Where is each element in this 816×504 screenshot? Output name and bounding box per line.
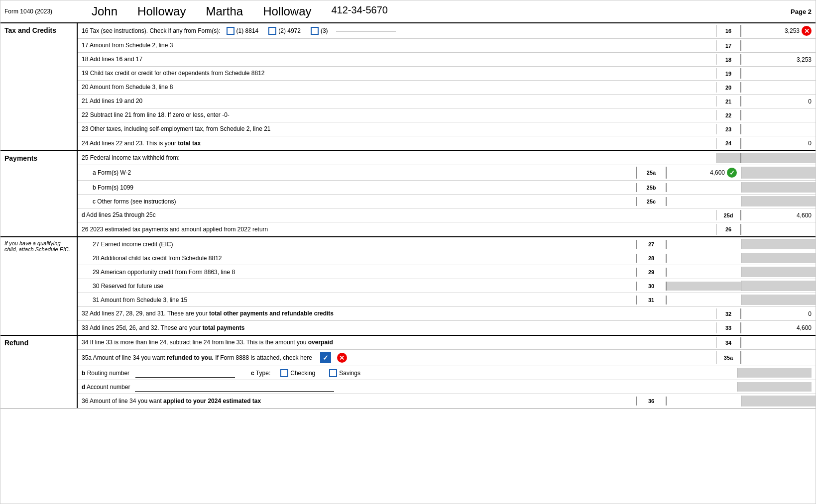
routing-row-value — [737, 368, 812, 378]
line-18-row: 18 Add lines 16 and 17 18 3,253 — [78, 53, 816, 67]
line-19-num: 19 — [716, 68, 741, 79]
green-check-badge-25a: ✓ — [727, 168, 737, 178]
line-28-desc: 28 Additional child tax credit from Sche… — [78, 254, 636, 263]
checkbox-3-box[interactable] — [311, 27, 319, 35]
page-number: Page 2 — [791, 8, 812, 15]
line-27-main-value — [741, 239, 816, 249]
line-18-value: 3,253 — [741, 54, 816, 65]
line-21-row: 21 Add lines 19 and 20 21 0 — [78, 95, 816, 108]
line-26-num: 26 — [716, 224, 741, 235]
line-29-row: 29 American opportunity credit from Form… — [78, 265, 816, 279]
checkbox-8814-box[interactable] — [227, 27, 234, 35]
form-id: Form 1040 (2023) — [4, 8, 82, 15]
line-29-value — [666, 268, 741, 277]
line-25d-desc: d Add lines 25a through 25c — [78, 210, 716, 220]
routing-number-field[interactable] — [135, 369, 235, 378]
tax-credits-label: Tax and Credits — [0, 23, 78, 150]
line-36-main-value — [741, 396, 816, 406]
line-25b-main-value — [741, 182, 816, 193]
line-30-num: 30 — [636, 282, 666, 291]
line-25c-num: 25c — [636, 197, 666, 206]
tax-credits-content: 16 Tax (see instructions). Check if any … — [78, 23, 816, 150]
savings-box[interactable] — [329, 369, 337, 377]
line-32-desc: 32 Add lines 27, 28, 29, and 31. These a… — [78, 308, 716, 319]
checking-label: Checking — [290, 370, 315, 377]
line-25-header-desc: 25 Federal income tax withheld from: — [78, 153, 716, 163]
line-25c-row: c Other forms (see instructions) 25c — [78, 195, 816, 208]
line-33-num: 33 — [716, 322, 741, 333]
line-27-row: 27 Earned income credit (EIC) 27 — [78, 237, 816, 251]
line-33-value: 4,600 — [741, 322, 816, 333]
line-19-desc: 19 Child tax credit or credit for other … — [78, 68, 716, 79]
line-30-main-value — [741, 281, 816, 291]
line-28-value — [666, 254, 741, 263]
line-36-value — [666, 397, 741, 405]
line-17-num: 17 — [716, 40, 741, 51]
line-36-row: 36 Amount of line 34 you want applied to… — [78, 394, 816, 408]
checkbox-8814[interactable]: (1) 8814 — [227, 27, 259, 35]
line-27-desc: 27 Earned income credit (EIC) — [78, 240, 636, 249]
line-18-num: 18 — [716, 54, 741, 65]
line-24-row: 24 Add lines 22 and 23. This is your tot… — [78, 136, 816, 150]
checkbox-4972[interactable]: (2) 4972 — [268, 27, 301, 35]
line-20-num: 20 — [716, 82, 741, 93]
line-28-num: 28 — [636, 254, 666, 263]
line-30-desc: 30 Reserved for future use — [78, 282, 636, 291]
first-name-2: Martha — [196, 2, 253, 20]
checkbox-8888-checked[interactable]: ✓ — [320, 352, 331, 363]
last-name-1: Holloway — [127, 2, 196, 20]
line-25d-value: 4,600 — [741, 210, 816, 220]
line-31-main-value — [741, 295, 816, 305]
checkbox-3[interactable]: (3) — [311, 27, 328, 35]
line-34-num: 34 — [716, 337, 741, 348]
line-32-value: 0 — [741, 308, 816, 319]
eic-sidenote: If you have a qualifying child, attach S… — [0, 237, 78, 335]
line-23-desc: 23 Other taxes, including self-employmen… — [78, 124, 716, 134]
line-25c-desc: c Other forms (see instructions) — [78, 197, 636, 206]
line-22-row: 22 Subtract line 21 from line 18. If zer… — [78, 108, 816, 122]
tax-credits-section: Tax and Credits 16 Tax (see instructions… — [0, 23, 816, 151]
line-36-num: 36 — [636, 397, 666, 405]
account-number-field[interactable] — [135, 383, 334, 392]
line-30-row: 30 Reserved for future use 30 — [78, 279, 816, 293]
red-x-badge-16: ✕ — [802, 26, 812, 36]
savings-label: Savings — [339, 370, 360, 377]
line-35a-value — [741, 351, 816, 364]
line-19-value — [741, 68, 816, 79]
line-21-num: 21 — [716, 96, 741, 106]
line-25d-row: d Add lines 25a through 25c 25d 4,600 — [78, 208, 816, 222]
line-22-num: 22 — [716, 110, 741, 120]
last-name-2: Holloway — [253, 2, 321, 20]
line-20-row: 20 Amount from Schedule 3, line 8 20 — [78, 81, 816, 95]
savings-checkbox[interactable]: Savings — [329, 369, 360, 377]
line-25a-main-value — [741, 167, 816, 179]
line-35a-num: 35a — [716, 351, 741, 364]
line-25b-desc: b Form(s) 1099 — [78, 183, 636, 192]
payments-content: 25 Federal income tax withheld from: a F… — [78, 151, 816, 236]
checking-box[interactable] — [280, 369, 288, 377]
line-27-num: 27 — [636, 240, 666, 249]
line-25c-value — [666, 197, 741, 206]
checkbox-4972-box[interactable] — [268, 27, 276, 35]
line-34-desc: 34 If line 33 is more than line 24, subt… — [78, 337, 716, 348]
line-25b-num: 25b — [636, 183, 666, 192]
line-18-desc: 18 Add lines 16 and 17 — [78, 54, 716, 65]
line-25b-row: b Form(s) 1099 25b — [78, 181, 816, 195]
checking-checkbox[interactable]: Checking — [280, 369, 315, 377]
line-25a-desc: a Form(s) W-2 — [78, 168, 636, 177]
line-25a-value: 4,600 ✓ — [666, 167, 741, 179]
account-row-value — [737, 382, 812, 392]
line-25b-value — [666, 183, 741, 192]
payments-section: Payments 25 Federal income tax withheld … — [0, 151, 816, 237]
line-25a-num: 25a — [636, 167, 666, 179]
line-17-row: 17 Amount from Schedule 2, line 3 17 — [78, 39, 816, 53]
account-label: d Account number — [82, 384, 130, 391]
line-25-header-value — [741, 153, 816, 163]
line-26-row: 26 2023 estimated tax payments and amoun… — [78, 222, 816, 236]
line-33-row: 33 Add lines 25d, 26, and 32. These are … — [78, 321, 816, 335]
line-31-num: 31 — [636, 296, 666, 304]
line-23-value — [741, 124, 816, 134]
routing-label: b Routing number — [82, 370, 129, 377]
line-34-value — [741, 337, 816, 348]
line-25-header-row: 25 Federal income tax withheld from: — [78, 151, 816, 165]
